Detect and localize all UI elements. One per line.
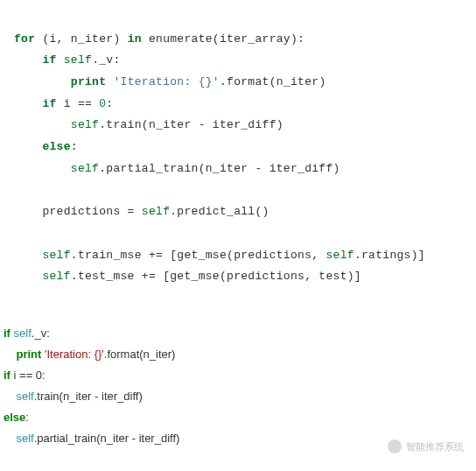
code-line: for (i, n_iter) in enumerate(iter_array)… bbox=[14, 32, 304, 46]
code-line: else: bbox=[4, 411, 29, 424]
self-ref: self bbox=[71, 118, 99, 131]
code-line: print 'Iteration: {}'.format(n_iter) bbox=[4, 348, 175, 361]
keyword-if: if bbox=[4, 327, 10, 340]
keyword-print: print bbox=[16, 348, 41, 361]
code-text: ._v: bbox=[32, 327, 50, 340]
code-text: .partial_train(n_iter - iter_diff) bbox=[34, 432, 180, 445]
keyword-if: if bbox=[42, 97, 56, 110]
self-ref: self bbox=[71, 162, 99, 175]
self-ref: self bbox=[10, 327, 32, 340]
blank-line bbox=[14, 184, 21, 197]
code-line: self.partial_train(n_iter - iter_diff) bbox=[4, 432, 179, 445]
code-line: self.test_mse += [get_mse(predictions, t… bbox=[14, 270, 361, 283]
code-text: : bbox=[25, 411, 29, 424]
self-ref: self bbox=[64, 53, 92, 67]
code-line: self.train_mse += [get_mse(predictions, … bbox=[14, 249, 425, 262]
code-text: .format(n_iter) bbox=[104, 348, 176, 361]
code-line: else: bbox=[14, 140, 78, 153]
keyword-else: else bbox=[42, 140, 70, 153]
code-line: if i == 0: bbox=[14, 97, 113, 110]
keyword-else: else bbox=[4, 411, 25, 424]
keyword-if: if bbox=[42, 53, 56, 67]
keyword-in: in bbox=[128, 32, 142, 46]
code-line: self.partial_train(n_iter - iter_diff) bbox=[14, 162, 340, 175]
code-text: .format(n_iter) bbox=[220, 75, 326, 88]
code-line: if i == 0: bbox=[4, 369, 46, 382]
self-ref: self bbox=[42, 249, 70, 262]
code-text: .partial_train(n_iter - iter_diff) bbox=[99, 162, 340, 175]
blank-line bbox=[14, 227, 21, 240]
self-ref: self bbox=[326, 249, 354, 262]
string-literal: 'Iteration: {}' bbox=[41, 348, 103, 361]
code-line: self.train(n_iter - iter_diff) bbox=[14, 118, 284, 131]
code-text: predictions = bbox=[42, 205, 141, 218]
code-line: if self._v: bbox=[14, 53, 121, 67]
wechat-icon bbox=[388, 439, 402, 453]
self-ref: self bbox=[42, 270, 70, 283]
keyword-if: if bbox=[4, 369, 10, 382]
code-line: predictions = self.predict_all() bbox=[14, 205, 270, 218]
watermark-text: 智能推荐系统 bbox=[406, 440, 464, 453]
watermark: 智能推荐系统 bbox=[388, 439, 464, 453]
code-block-top: for (i, n_iter) in enumerate(iter_array)… bbox=[0, 0, 476, 295]
code-text: i == 0: bbox=[10, 369, 46, 382]
keyword-for: for bbox=[14, 32, 35, 46]
code-text: (i, n_iter) bbox=[35, 32, 127, 46]
code-line: print 'Iteration: {}'.format(n_iter) bbox=[14, 75, 326, 88]
self-ref: self bbox=[16, 432, 33, 445]
code-text: i == bbox=[57, 97, 100, 110]
code-text: ._v: bbox=[92, 53, 120, 67]
code-text: : bbox=[106, 97, 113, 110]
code-text: .train(n_iter - iter_diff) bbox=[99, 118, 284, 131]
code-text: .test_mse += [get_mse(predictions, test)… bbox=[71, 270, 361, 283]
code-text: .predict_all() bbox=[170, 205, 269, 218]
keyword-print: print bbox=[71, 75, 107, 88]
code-text: .train_mse += [get_mse(predictions, bbox=[71, 249, 326, 262]
self-ref: self bbox=[142, 205, 170, 218]
string-literal: 'Iteration: {}' bbox=[113, 75, 220, 88]
code-text: .ratings)] bbox=[354, 249, 425, 262]
code-text: .train(n_iter - iter_diff) bbox=[34, 390, 143, 403]
blank-line bbox=[4, 453, 7, 466]
code-text: : bbox=[71, 140, 78, 153]
code-text: enumerate(iter_array): bbox=[142, 32, 304, 46]
code-line: self.train(n_iter - iter_diff) bbox=[4, 390, 143, 403]
code-line: if self._v: bbox=[4, 327, 50, 340]
self-ref: self bbox=[16, 390, 33, 403]
